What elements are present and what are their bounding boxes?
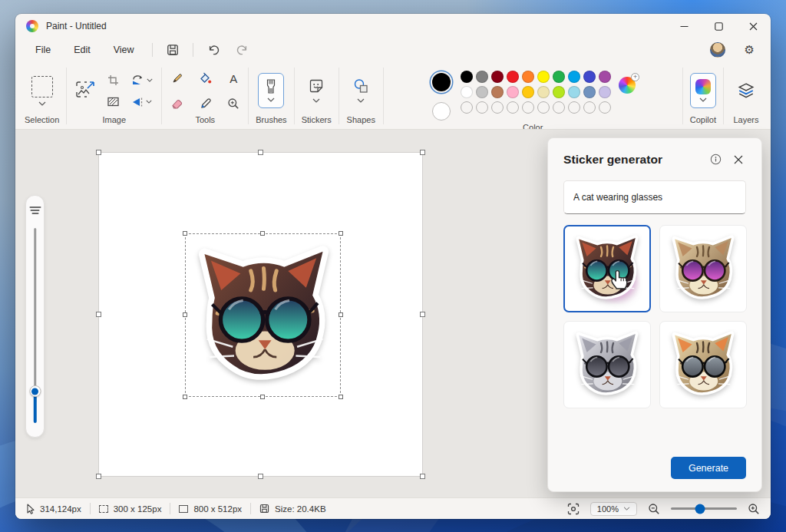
undo-button[interactable] [200,42,227,58]
zoom-level-dropdown[interactable]: 100% [590,502,637,516]
maximize-button[interactable] [702,14,736,38]
empty-color-slot[interactable] [553,101,565,114]
canvas-resize-handle[interactable] [258,474,263,479]
fill-tool-button[interactable] [197,71,213,86]
image-size-icon [179,505,188,513]
canvas-resize-handle[interactable] [420,312,425,317]
color-swatch[interactable] [476,86,488,98]
chevron-down-icon[interactable] [38,101,46,106]
brushes-group: Brushes [251,64,291,129]
color-swatch[interactable] [522,86,534,98]
sticker-thumbnail-1[interactable] [563,225,651,312]
menu-view[interactable]: View [103,41,145,58]
color-swatch[interactable] [522,71,534,83]
info-button[interactable] [707,150,725,168]
flip-button[interactable] [130,95,154,109]
canvas[interactable] [98,152,423,477]
color1-swatch[interactable] [432,73,451,91]
color-swatch[interactable] [568,86,580,98]
color-swatch[interactable] [491,71,504,83]
file-size-status: Size: 20.4KB [259,504,325,514]
minimize-button[interactable] [667,14,702,38]
menu-edit[interactable]: Edit [63,41,101,58]
eyedropper-tool-button[interactable] [198,96,213,111]
magnifier-icon [227,97,239,110]
color-swatch[interactable] [507,71,519,83]
color-swatch[interactable] [537,71,550,83]
text-tool-button[interactable]: A [228,71,239,87]
divider [339,68,339,124]
color-swatch[interactable] [553,86,565,98]
settings-button[interactable]: ⚙ [738,42,761,58]
zoom-slider-handle[interactable] [695,504,705,514]
color-swatch[interactable] [476,71,488,83]
pasted-cat-sticker[interactable] [187,235,341,397]
pencil-tool-button[interactable] [170,71,185,86]
magnifier-tool-button[interactable] [226,96,241,111]
color-swatch[interactable] [568,71,580,83]
resize-button[interactable] [106,95,121,108]
zoom-out-button[interactable] [646,501,662,517]
selection-region[interactable] [185,233,341,397]
sticker-thumbnail-3[interactable] [563,321,651,408]
color-swatch[interactable] [491,86,504,98]
group-label: Layers [733,115,758,126]
color-swatch[interactable] [461,86,473,98]
color-swatch[interactable] [507,86,519,98]
sticker-thumbnail-2[interactable] [659,225,747,312]
stickers-button[interactable] [302,76,331,105]
selection-tool-button[interactable] [31,76,53,97]
redo-button[interactable] [229,42,256,58]
empty-color-slot[interactable] [491,101,504,114]
menu-file[interactable]: File [25,41,61,58]
shapes-button[interactable] [346,76,376,105]
generate-button[interactable]: Generate [671,457,746,479]
background-removal-button[interactable] [74,79,97,102]
prompt-input[interactable] [563,180,746,214]
canvas-resize-handle[interactable] [420,150,425,155]
edit-colors-button[interactable]: + [619,77,636,94]
color-swatch[interactable] [553,71,565,83]
canvas-resize-handle[interactable] [96,150,101,155]
eraser-icon [170,98,183,109]
color-swatch[interactable] [599,86,611,98]
eraser-tool-button[interactable] [169,97,185,111]
save-button[interactable] [160,41,186,58]
empty-color-slot[interactable] [476,101,488,114]
color-swatch[interactable] [583,71,596,83]
crop-button[interactable] [106,73,121,88]
canvas-resize-handle[interactable] [420,474,425,479]
sticker-thumbnail-4[interactable] [659,321,747,408]
color2-swatch[interactable] [432,102,451,121]
account-avatar[interactable] [710,42,725,58]
empty-color-slot[interactable] [599,101,611,114]
panel-close-button[interactable] [731,152,746,167]
image-size-value: 800 x 512px [193,504,242,514]
color-swatch[interactable] [461,71,473,83]
layers-button[interactable] [731,81,761,101]
empty-color-slot[interactable] [522,101,534,114]
size-slider-handle[interactable] [29,385,41,397]
empty-color-slot[interactable] [583,101,596,114]
rotate-button[interactable] [130,73,154,88]
fit-to-screen-button[interactable] [566,501,581,517]
empty-color-slot[interactable] [461,101,473,114]
empty-color-slot[interactable] [507,101,519,114]
close-button[interactable] [736,14,771,38]
canvas-resize-handle[interactable] [96,312,101,317]
zoom-in-button[interactable] [746,501,761,517]
empty-color-slot[interactable] [568,101,580,114]
zoom-slider-track[interactable] [671,507,737,510]
empty-color-slot[interactable] [537,101,550,114]
size-slider-track[interactable] [34,228,37,403]
canvas-resize-handle[interactable] [258,150,263,155]
color-swatch[interactable] [583,86,596,98]
color-swatch[interactable] [599,71,611,83]
brushes-button[interactable] [258,73,284,108]
status-bar: 314,124px 300 x 125px 800 x 512px Size: … [15,497,771,519]
copilot-button[interactable] [690,73,716,108]
color-swatch[interactable] [537,86,550,98]
window-title: Paint - Untitled [46,21,107,31]
divider [383,68,384,124]
canvas-resize-handle[interactable] [96,474,101,479]
